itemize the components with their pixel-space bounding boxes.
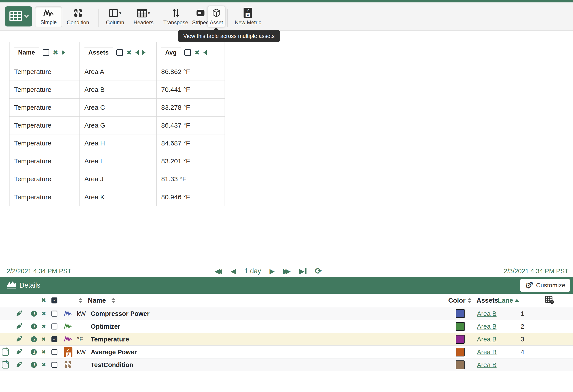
rocket-icon[interactable] [16, 323, 23, 330]
remove-all-icon[interactable]: ✖ [41, 297, 46, 304]
move-right-icon[interactable] [142, 50, 145, 55]
remove-column-icon[interactable]: ✖ [126, 50, 132, 56]
toolbar-label: Simple [40, 20, 56, 25]
column-name-button[interactable]: Name [14, 47, 39, 58]
move-left-icon[interactable] [135, 50, 139, 55]
refresh-icon[interactable]: ⟳ [315, 267, 322, 275]
details-row-average-power: i ✖ ✓ ✗ kW Average Power Area B 4 [0, 346, 573, 358]
item-checkbox[interactable] [52, 362, 57, 368]
edit-icon[interactable] [2, 348, 9, 356]
area-chart-icon [7, 281, 16, 290]
sort-name-icon[interactable] [111, 298, 115, 303]
info-icon[interactable]: i [31, 349, 37, 355]
asset-link[interactable]: Area B [477, 361, 497, 368]
toolbar-label: Headers [134, 20, 154, 25]
item-checkbox[interactable] [52, 323, 57, 329]
rocket-icon[interactable] [16, 348, 23, 356]
color-swatch[interactable] [456, 322, 465, 331]
cell-assets: Area I [80, 152, 157, 170]
rocket-icon[interactable] [16, 361, 23, 369]
end-datetime[interactable]: 2/3/2021 4:34 PM [504, 268, 555, 274]
worksheet-page: Simple Condition ▾ Column ▾ Headers [0, 0, 573, 392]
color-swatch[interactable] [456, 309, 465, 318]
remove-item-icon[interactable]: ✖ [41, 324, 46, 329]
cell-name: Temperature [10, 117, 80, 135]
rocket-icon[interactable] [16, 335, 23, 343]
item-checkbox[interactable] [52, 336, 57, 342]
asset-link[interactable]: Area B [477, 310, 497, 317]
start-timezone-link[interactable]: PST [59, 268, 71, 274]
step-to-now-icon[interactable]: ▶ [299, 268, 306, 274]
column-checkbox[interactable] [184, 49, 191, 56]
column-header-assets[interactable]: Assets [477, 297, 498, 304]
toolbar-label: Column [106, 20, 124, 25]
lane-number: 4 [521, 348, 524, 356]
sort-type-icon[interactable] [79, 298, 83, 303]
column-header-color[interactable]: Color [448, 297, 466, 304]
item-checkbox[interactable] [52, 310, 57, 317]
color-swatch[interactable] [456, 348, 465, 357]
remove-item-icon[interactable]: ✖ [41, 311, 46, 316]
toolbar-button-condition[interactable]: Condition [64, 6, 92, 27]
column-header-name[interactable]: Name [88, 297, 106, 304]
display-range-start[interactable]: 2/2/2021 4:34 PMPST [7, 268, 71, 275]
column-avg-button[interactable]: Avg [161, 47, 181, 58]
item-checkbox[interactable] [52, 349, 57, 355]
move-left-icon[interactable] [203, 50, 207, 55]
details-row-testcondition: i ✖ TestCondition Area B [0, 358, 573, 371]
column-checkbox[interactable] [116, 49, 123, 56]
remove-column-icon[interactable]: ✖ [195, 50, 200, 56]
info-icon[interactable]: i [31, 323, 37, 329]
column-icon: ▾ [109, 8, 122, 18]
add-column-icon[interactable] [545, 296, 554, 305]
info-icon[interactable]: i [31, 336, 37, 342]
sort-color-icon[interactable] [468, 298, 472, 303]
asset-link[interactable]: Area B [477, 348, 497, 356]
cell-avg: 81.33 °F [157, 170, 225, 188]
info-icon[interactable]: i [31, 310, 37, 317]
toolbar-button-transpose[interactable]: Transpose [161, 6, 191, 27]
end-timezone-link[interactable]: PST [556, 268, 569, 274]
column-assets-button[interactable]: Assets [84, 47, 113, 58]
remove-column-icon[interactable]: ✖ [53, 50, 58, 56]
asset-tooltip: View this table across multiple assets [178, 30, 280, 42]
edit-icon[interactable] [2, 361, 9, 368]
asset-link[interactable]: Area B [477, 336, 497, 343]
step-back-full-icon[interactable]: ◀◀ [215, 268, 222, 274]
column-header-lane[interactable]: Lane [498, 297, 513, 304]
sort-lane-ascending-icon[interactable] [515, 299, 519, 302]
toolbar-button-column[interactable]: ▾ Column [103, 6, 127, 27]
remove-item-icon[interactable]: ✖ [41, 337, 46, 342]
remove-item-icon[interactable]: ✖ [41, 349, 46, 355]
step-forward-full-icon[interactable]: ▶▶ [283, 268, 291, 274]
cell-avg: 86.862 °F [157, 63, 225, 81]
customize-label: Customize [536, 282, 565, 289]
toolbar-button-simple[interactable]: Simple [35, 6, 62, 27]
color-swatch[interactable] [456, 360, 465, 369]
details-panel-header: Details ⚙⚙ Customize [0, 277, 573, 294]
move-right-icon[interactable] [62, 50, 65, 55]
display-range-end[interactable]: 2/3/2021 4:34 PMPST [504, 268, 569, 275]
color-swatch[interactable] [456, 335, 465, 344]
toolbar-button-asset[interactable]: Asset [208, 6, 225, 27]
toolbar-button-new-metric[interactable]: ✓ ✗ New Metric [232, 6, 265, 27]
column-checkbox[interactable] [43, 49, 49, 56]
remove-item-icon[interactable]: ✖ [41, 362, 46, 368]
asset-link[interactable]: Area B [477, 323, 497, 330]
customize-button[interactable]: ⚙⚙ Customize [520, 279, 570, 292]
cell-assets: Area C [80, 99, 157, 117]
toolbar-label: Asset [210, 20, 223, 25]
item-unit: °F [77, 336, 83, 343]
select-all-checkbox[interactable] [52, 297, 57, 303]
cell-assets: Area J [80, 170, 157, 188]
table-row: Temperature Area C 83.278 °F [10, 99, 225, 117]
chevron-down-icon [24, 13, 29, 18]
info-icon[interactable]: i [31, 362, 37, 368]
duration-label[interactable]: 1 day [244, 267, 261, 275]
start-datetime[interactable]: 2/2/2021 4:34 PM [7, 268, 57, 274]
step-back-half-icon[interactable]: ◀ [231, 268, 236, 274]
rocket-icon[interactable] [16, 310, 23, 317]
step-forward-half-icon[interactable]: ▶ [269, 268, 275, 274]
toolbar-button-headers[interactable]: ▾ Headers [130, 6, 157, 27]
table-view-button[interactable] [5, 6, 32, 27]
